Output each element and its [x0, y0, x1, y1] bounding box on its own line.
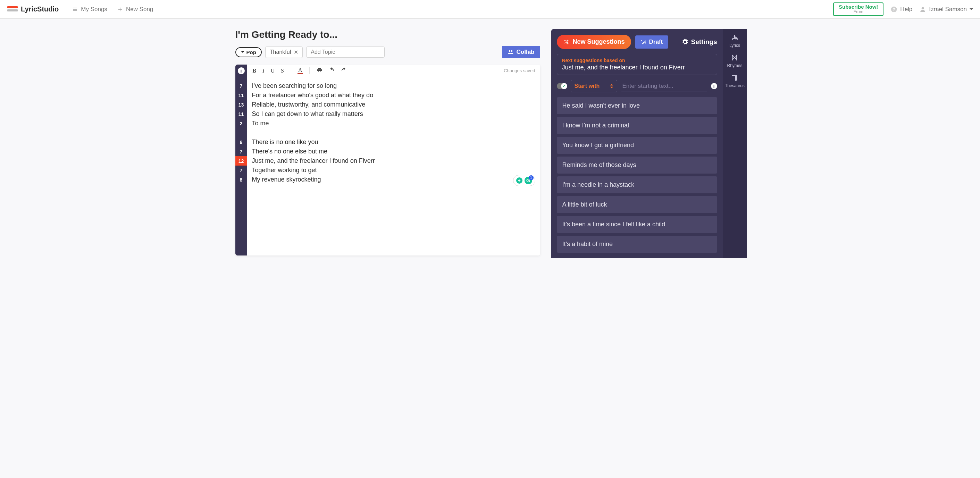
logo-mark-icon: [7, 6, 18, 13]
user-menu[interactable]: Izrael Samson: [919, 6, 973, 13]
context-label: Next suggestions based on: [562, 58, 712, 63]
lyric-line[interactable]: To me: [252, 119, 535, 128]
side-tab-rhymes[interactable]: Rhymes: [727, 54, 742, 68]
panel-buttons: New Suggestions Draft Settings: [557, 35, 717, 49]
suggestion-item[interactable]: It's a habit of mine: [557, 236, 717, 253]
lyrics-editor[interactable]: I've been searching for so longFor a fre…: [247, 77, 540, 189]
lyric-line[interactable]: My revenue skyrocketing: [252, 175, 535, 184]
svg-point-7: [732, 59, 733, 61]
gutter-count: 7: [235, 81, 247, 91]
gutter-count: 7: [235, 147, 247, 156]
subscribe-line1: Subscribe Now!: [839, 4, 878, 10]
collab-button[interactable]: Collab: [502, 46, 540, 58]
help-label: Help: [900, 6, 912, 13]
undo-button[interactable]: [328, 66, 335, 75]
suggestion-item[interactable]: I'm a needle in a haystack: [557, 176, 717, 193]
text-color-button[interactable]: A: [298, 67, 303, 74]
gutter-info-icon[interactable]: i: [238, 67, 245, 74]
tags-row: Pop Thankful ✕ Collab: [235, 46, 540, 58]
brand-name: LyricStudio: [21, 5, 59, 13]
settings-button[interactable]: Settings: [681, 38, 717, 46]
lyric-line[interactable]: There's no one else but me: [252, 147, 535, 156]
print-icon: [317, 67, 323, 73]
rhymes-icon: [731, 54, 738, 62]
help-link[interactable]: ? Help: [891, 6, 912, 13]
start-row: Start with i: [557, 80, 717, 92]
italic-button[interactable]: I: [262, 67, 265, 75]
plus-icon: [117, 6, 123, 13]
subscribe-button[interactable]: Subscribe Now! From: [833, 2, 883, 16]
draft-button[interactable]: Draft: [635, 35, 668, 49]
print-button[interactable]: [316, 66, 323, 75]
svg-point-3: [509, 50, 510, 52]
user-avatar-icon: [919, 6, 926, 13]
panel-main: New Suggestions Draft Settings Next sugg…: [551, 29, 723, 258]
nav-my-songs[interactable]: My Songs: [72, 6, 107, 13]
context-line: Just me, and the freelancer I found on F…: [562, 64, 712, 71]
context-box: Next suggestions based on Just me, and t…: [557, 54, 717, 75]
toggle-knob: [561, 83, 567, 89]
add-topic-input[interactable]: [306, 46, 385, 58]
side-thesaurus-label: Thesaurus: [725, 83, 745, 88]
lyric-line[interactable]: So I can get down to what really matters: [252, 110, 535, 119]
start-mode-label: Start with: [574, 83, 600, 89]
lyric-line[interactable]: There is no one like you: [252, 137, 535, 147]
redo-button[interactable]: [340, 66, 347, 75]
suggestion-item[interactable]: You know I got a girlfriend: [557, 137, 717, 154]
lyric-line[interactable]: I've been searching for so long: [252, 81, 535, 91]
gutter-count: 11: [235, 91, 247, 100]
start-text-input[interactable]: [621, 81, 706, 92]
topic-remove-icon[interactable]: ✕: [294, 49, 298, 56]
start-toggle[interactable]: [557, 83, 566, 89]
suggestion-item[interactable]: He said I wasn't ever in love: [557, 97, 717, 114]
song-title[interactable]: I'm Getting Ready to...: [235, 29, 540, 40]
suggestions-list: He said I wasn't ever in loveI know I'm …: [557, 97, 717, 258]
user-name-label: Izrael Samson: [929, 6, 967, 13]
nav-new-song-label: New Song: [126, 6, 153, 13]
book-icon: [731, 74, 738, 82]
genre-chip[interactable]: Pop: [235, 47, 262, 57]
gutter-count: 11: [235, 110, 247, 119]
redo-icon: [341, 67, 347, 73]
lyric-line[interactable]: Just me, and the freelancer I found on F…: [252, 156, 535, 165]
line-gutter: i 71113112671278: [235, 65, 247, 256]
list-icon: [72, 6, 78, 13]
lyric-line[interactable]: Together working to get: [252, 165, 535, 175]
new-suggestions-button[interactable]: New Suggestions: [557, 35, 631, 49]
subscribe-line2: From: [839, 10, 878, 14]
chevron-down-icon: [241, 50, 244, 54]
grammarly-add-icon: +: [516, 177, 522, 184]
lyric-line[interactable]: For a freelancer who's good at what they…: [252, 91, 535, 100]
nav-new-song[interactable]: New Song: [117, 6, 153, 13]
suggestion-item[interactable]: I know I'm not a criminal: [557, 117, 717, 134]
sort-icon: [610, 84, 613, 89]
lyric-line[interactable]: Reliable, trustworthy, and communicative: [252, 100, 535, 110]
svg-point-4: [511, 50, 512, 52]
gutter-count: [235, 128, 247, 137]
side-tab-lyrics[interactable]: Lyrics: [729, 34, 740, 48]
grammarly-badge: 1: [529, 175, 534, 180]
editor-column: I'm Getting Ready to... Pop Thankful ✕ C…: [233, 29, 540, 256]
underline-button[interactable]: U: [270, 67, 276, 75]
nav-my-songs-label: My Songs: [81, 6, 107, 13]
toolbar-separator: [291, 67, 291, 74]
bold-button[interactable]: B: [252, 67, 257, 75]
svg-point-6: [736, 55, 737, 56]
editor-toolbar: B I U S A Changes saved: [247, 65, 540, 77]
suggestion-item[interactable]: It's been a time since I felt like a chi…: [557, 216, 717, 233]
start-mode-select[interactable]: Start with: [571, 80, 617, 92]
strikethrough-button[interactable]: S: [280, 67, 285, 75]
gutter-count: 6: [235, 137, 247, 147]
suggestion-item[interactable]: A little bit of luck: [557, 196, 717, 213]
panel-sidebar: Lyrics Rhymes Thesaurus: [723, 29, 747, 258]
lyric-line[interactable]: [252, 128, 535, 137]
wand-icon: [641, 39, 646, 45]
gutter-count: 7: [235, 165, 247, 175]
undo-icon: [329, 67, 335, 73]
brand-logo[interactable]: LyricStudio: [7, 5, 59, 13]
grammarly-widget[interactable]: + G1: [513, 175, 535, 186]
gutter-count: 12: [235, 156, 247, 165]
side-tab-thesaurus[interactable]: Thesaurus: [725, 74, 745, 88]
suggestion-item[interactable]: Reminds me of those days: [557, 157, 717, 173]
start-info-icon[interactable]: i: [711, 83, 717, 89]
